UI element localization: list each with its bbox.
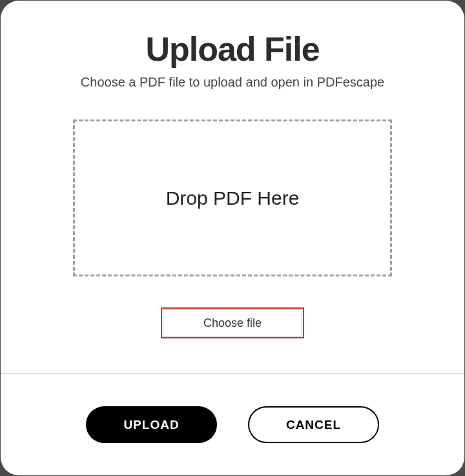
upload-file-modal: Upload File Choose a PDF file to upload … (1, 1, 464, 475)
cancel-button[interactable]: CANCEL (248, 406, 379, 443)
divider (1, 373, 464, 374)
choose-file-highlight: Choose file (161, 307, 304, 338)
modal-subtitle: Choose a PDF file to upload and open in … (81, 75, 384, 90)
modal-footer: UPLOAD CANCEL (1, 374, 464, 475)
modal-title: Upload File (145, 30, 319, 68)
upload-button[interactable]: UPLOAD (86, 406, 217, 443)
choose-file-button[interactable]: Choose file (163, 309, 302, 336)
dropzone-text: Drop PDF Here (166, 187, 300, 209)
modal-body: Upload File Choose a PDF file to upload … (1, 1, 464, 374)
pdf-dropzone[interactable]: Drop PDF Here (73, 119, 392, 276)
